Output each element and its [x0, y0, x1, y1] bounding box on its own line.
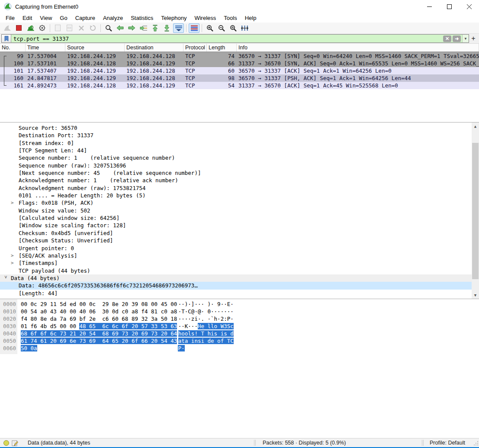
- menu-telephony[interactable]: Telephony: [157, 14, 190, 22]
- detail-line[interactable]: >Data (44 bytes): [0, 274, 479, 282]
- hex-row-0040[interactable]: 004068 6f 6f 6c 73 21 20 54 68 69 73 20 …: [0, 330, 479, 337]
- detail-line[interactable]: Destination Port: 31337: [0, 132, 479, 139]
- svg-text:010: 010: [68, 27, 71, 29]
- hex-row-0030[interactable]: 003001 f6 4b d5 00 00 48 65 6c 6c 6f 20 …: [0, 322, 479, 330]
- go-to-packet-icon[interactable]: [138, 23, 149, 33]
- expert-info-icon[interactable]: [3, 440, 9, 446]
- menu-help[interactable]: Help: [241, 14, 260, 22]
- detail-line[interactable]: TCP payload (44 bytes): [0, 267, 479, 274]
- packet-row-161[interactable]: 16124.892473192.168.244.128192.168.244.1…: [0, 82, 479, 89]
- open-file-icon[interactable]: [52, 23, 63, 33]
- auto-scroll-icon[interactable]: [173, 23, 184, 33]
- expander-open-icon[interactable]: >: [2, 276, 9, 281]
- filter-bookmark-icon[interactable]: [2, 35, 11, 42]
- filter-add-button[interactable]: +: [469, 35, 478, 42]
- start-capture-icon[interactable]: [2, 23, 13, 33]
- capture-options-icon[interactable]: [37, 23, 48, 33]
- menu-capture[interactable]: Capture: [71, 14, 99, 22]
- column-header-time[interactable]: Time: [26, 44, 65, 52]
- detail-line[interactable]: Source Port: 36570: [0, 124, 479, 132]
- detail-line[interactable]: Sequence number: 1 (relative sequence nu…: [0, 154, 479, 161]
- detail-line[interactable]: 0101 .... = Header Length: 20 bytes (5): [0, 192, 479, 199]
- maximize-icon[interactable]: [439, 0, 459, 13]
- resize-columns-icon[interactable]: [239, 23, 250, 33]
- close-icon[interactable]: [459, 0, 479, 13]
- menu-wireless[interactable]: Wireless: [190, 14, 220, 22]
- menu-go[interactable]: Go: [56, 14, 71, 22]
- display-filter-input[interactable]: tcp.port == 31337 ✕ ➜ ▼: [1, 34, 469, 43]
- filter-apply-icon[interactable]: ➜: [453, 35, 461, 42]
- hex-row-0000[interactable]: 000000 0c 29 11 5d ed 00 0c 29 8e 20 39 …: [0, 300, 479, 308]
- menu-file[interactable]: File: [2, 14, 19, 22]
- hex-row-0020[interactable]: 0020f4 80 8e da 7a 69 bf 2e c6 60 68 89 …: [0, 315, 479, 322]
- colorize-icon[interactable]: [189, 23, 199, 33]
- packet-row-99[interactable]: 9917.537004192.168.244.129192.168.244.12…: [0, 52, 479, 60]
- menu-view[interactable]: View: [36, 14, 56, 22]
- reload-file-icon[interactable]: [87, 23, 98, 33]
- menu-analyze[interactable]: Analyze: [99, 14, 127, 22]
- expander-closed-icon[interactable]: >: [11, 252, 16, 259]
- detail-line[interactable]: [Length: 44]: [0, 290, 479, 297]
- capture-comment-icon[interactable]: [12, 440, 18, 446]
- detail-line[interactable]: Sequence number (raw): 3207513696: [0, 162, 479, 169]
- expander-closed-icon[interactable]: >: [11, 199, 16, 206]
- status-profile[interactable]: Profile: Default: [426, 440, 473, 446]
- find-packet-icon[interactable]: [103, 23, 114, 33]
- detail-line[interactable]: >[SEQ/ACK analysis]: [0, 252, 479, 259]
- packet-list-pane: No.TimeSourceDestinationProtocolLengthIn…: [0, 44, 479, 122]
- packet-row-101[interactable]: 10117.537407192.168.244.129192.168.244.1…: [0, 67, 479, 74]
- packet-row-160[interactable]: 16024.847817192.168.244.129192.168.244.1…: [0, 74, 479, 82]
- zoom-out-icon[interactable]: [216, 23, 227, 33]
- detail-line[interactable]: Acknowledgment number (raw): 1753821754: [0, 184, 479, 192]
- window-title: Capturing from Ethernet0: [15, 3, 419, 10]
- detail-line[interactable]: Acknowledgment number: 1 (relative ack n…: [0, 177, 479, 184]
- packet-row-100[interactable]: 10017.537101192.168.244.128192.168.244.1…: [0, 60, 479, 67]
- close-file-icon[interactable]: [76, 23, 87, 33]
- column-header-protocol[interactable]: Protocol: [183, 44, 207, 52]
- go-forward-icon[interactable]: [126, 23, 137, 33]
- save-file-icon[interactable]: 010: [64, 23, 75, 33]
- detail-line[interactable]: Data: 48656c6c6f2057335363686f6f6c732120…: [0, 282, 479, 289]
- detail-line[interactable]: Checksum: 0x4bd5 [unverified]: [0, 229, 479, 237]
- menu-tools[interactable]: Tools: [220, 14, 241, 22]
- detail-line[interactable]: >[Timestamps]: [0, 259, 479, 267]
- scrollbar-thumb[interactable]: [472, 143, 479, 279]
- menu-bar: FileEditViewGoCaptureAnalyzeStatisticsTe…: [0, 13, 479, 23]
- detail-line[interactable]: Window size value: 502: [0, 207, 479, 214]
- detail-line[interactable]: [Checksum Status: Unverified]: [0, 237, 479, 244]
- hex-row-0060[interactable]: 006050 0aP·: [0, 345, 479, 352]
- column-header-info[interactable]: Info: [237, 44, 479, 52]
- detail-line[interactable]: [TCP Segment Len: 44]: [0, 147, 479, 154]
- column-header-destination[interactable]: Destination: [125, 44, 183, 52]
- detail-line[interactable]: [Window size scaling factor: 128]: [0, 222, 479, 229]
- menu-statistics[interactable]: Statistics: [127, 14, 157, 22]
- hex-row-0050[interactable]: 005061 74 61 20 69 6e 73 69 64 65 20 6f …: [0, 337, 479, 345]
- detail-line[interactable]: >Flags: 0x018 (PSH, ACK): [0, 199, 479, 206]
- scroll-down-icon[interactable]: ▼: [472, 291, 479, 299]
- go-last-packet-icon[interactable]: [161, 23, 172, 33]
- zoom-reset-icon[interactable]: [228, 23, 238, 33]
- filter-expression[interactable]: tcp.port == 31337: [11, 35, 443, 42]
- resize-grip[interactable]: [473, 440, 478, 445]
- minimize-icon[interactable]: [419, 0, 439, 13]
- go-first-packet-icon[interactable]: [150, 23, 161, 33]
- column-header-source[interactable]: Source: [65, 44, 125, 52]
- column-header-no[interactable]: No.: [0, 44, 26, 52]
- filter-clear-icon[interactable]: ✕: [443, 35, 451, 42]
- column-header-length[interactable]: Length: [207, 44, 237, 52]
- expander-closed-icon[interactable]: >: [11, 259, 16, 267]
- detail-line[interactable]: [Calculated window size: 64256]: [0, 214, 479, 222]
- scroll-up-icon[interactable]: ▲: [472, 122, 479, 130]
- stop-capture-icon[interactable]: [13, 23, 24, 33]
- menu-edit[interactable]: Edit: [19, 14, 36, 22]
- detail-line[interactable]: [Stream index: 0]: [0, 139, 479, 147]
- filter-dropdown-icon[interactable]: ▼: [462, 35, 469, 42]
- detail-line[interactable]: Urgent pointer: 0: [0, 245, 479, 252]
- go-back-icon[interactable]: [115, 23, 125, 33]
- details-scrollbar[interactable]: ▲ ▼: [472, 122, 479, 299]
- restart-capture-icon[interactable]: [25, 23, 36, 33]
- packet-bytes-pane: 000000 0c 29 11 5d ed 00 0c 29 8e 20 39 …: [0, 299, 479, 438]
- detail-line[interactable]: [Next sequence number: 45 (relative sequ…: [0, 169, 479, 177]
- hex-row-0010[interactable]: 001000 54 a0 43 40 00 40 06 30 0d c0 a8 …: [0, 308, 479, 315]
- zoom-in-icon[interactable]: [204, 23, 215, 33]
